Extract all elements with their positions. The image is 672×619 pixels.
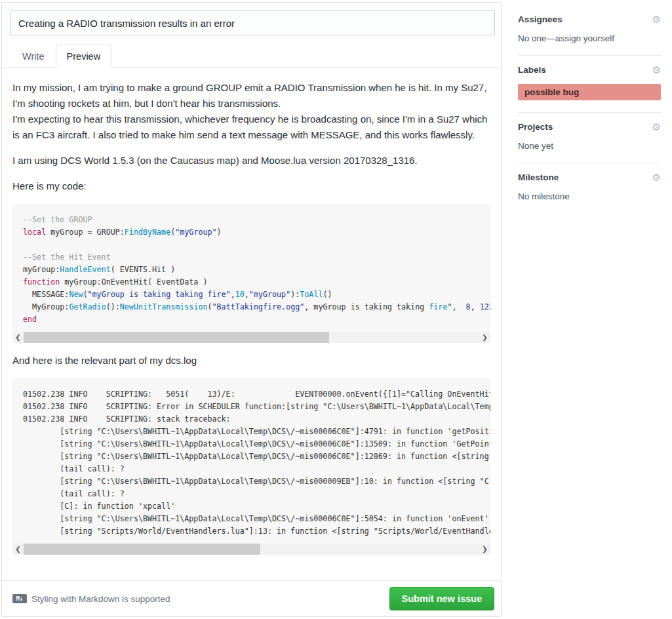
log-line: [string "C:\Users\BWHITL~1\AppData\Local…	[23, 450, 480, 463]
markdown-note[interactable]: M↓ Styling with Markdown is supported	[12, 594, 170, 604]
code-line: --Set the Hit Event	[23, 251, 480, 264]
sidebar-section-projects: Projects ⚙ None yet	[518, 117, 661, 161]
tabs-bar: Write Preview	[2, 45, 501, 68]
code-line	[23, 239, 480, 251]
lua-code-scrollbar[interactable]: ❮ ❯	[12, 332, 490, 343]
projects-title[interactable]: Projects	[518, 122, 553, 132]
scrollbar-thumb[interactable]	[24, 544, 260, 555]
projects-value: None yet	[518, 141, 661, 151]
sidebar-divider	[518, 55, 661, 56]
log-code-block: 01502.238 INFO SCRIPTING: 5051( 13)/E: E…	[12, 378, 490, 555]
sidebar-section-labels: Labels ⚙ possible bug	[518, 60, 661, 111]
code-line: MESSAGE:New("myGroup is taking taking fi…	[23, 289, 480, 301]
tab-preview[interactable]: Preview	[56, 45, 112, 68]
code-line: end	[23, 313, 480, 326]
log-line: (tail call): ?	[23, 463, 480, 475]
log-line: 01502.238 INFO SCRIPTING: stack tracebac…	[23, 413, 480, 426]
body-paragraph-2: I am using DCS World 1.5.3 (on the Cauca…	[12, 153, 490, 169]
log-line: [string "C:\Users\BWHITL~1\AppData\Local…	[23, 475, 480, 488]
sidebar-section-assignees: Assignees ⚙ No one—assign yourself	[518, 9, 661, 54]
lua-code-block: --Set the GROUPlocal myGroup = GROUP:Fin…	[12, 204, 490, 343]
milestone-value: No milestone	[518, 191, 661, 201]
body-paragraph-1-line-1: In my mission, I am trying to make a gro…	[12, 82, 486, 109]
scroll-right-icon[interactable]: ❯	[479, 332, 490, 343]
log-line: [string "Scripts/World/EventHandlers.lua…	[23, 525, 480, 538]
issue-title-input[interactable]	[10, 10, 495, 35]
title-row	[2, 3, 501, 35]
log-line: [C]: in function 'xpcall'	[23, 500, 480, 513]
labels-title[interactable]: Labels	[518, 65, 546, 75]
code-line: local myGroup = GROUP:FindByName("myGrou…	[23, 226, 480, 239]
sidebar-section-milestone: Milestone ⚙ No milestone	[518, 167, 661, 212]
sidebar-divider	[518, 163, 661, 163]
log-code-content: 01502.238 INFO SCRIPTING: 5051( 13)/E: E…	[12, 378, 490, 544]
log-line: 01502.238 INFO SCRIPTING: 5051( 13)/E: E…	[23, 388, 480, 401]
body-paragraph-4: And here is the relevant part of my dcs.…	[12, 353, 490, 369]
scroll-left-icon[interactable]: ❮	[12, 544, 24, 555]
tab-write[interactable]: Write	[11, 45, 56, 68]
log-line: (tail call): ?	[23, 488, 480, 500]
scrollbar-thumb[interactable]	[24, 332, 329, 343]
scroll-right-icon[interactable]: ❯	[479, 544, 490, 555]
body-paragraph-1-line-2: I'm expecting to hear this transmission,…	[12, 113, 487, 140]
log-line: [string "C:\Users\BWHITL~1\AppData\Local…	[23, 426, 480, 438]
assignees-value[interactable]: No one—assign yourself	[518, 33, 661, 43]
gear-icon[interactable]: ⚙	[652, 172, 661, 182]
form-footer: M↓ Styling with Markdown is supported Su…	[2, 580, 501, 616]
log-line: [string "C:\Users\BWHITL~1\AppData\Local…	[23, 513, 480, 525]
scrollbar-track[interactable]	[24, 332, 479, 343]
log-code-scrollbar[interactable]: ❮ ❯	[12, 544, 490, 555]
scrollbar-track[interactable]	[24, 544, 479, 555]
markdown-icon: M↓	[12, 594, 27, 603]
issue-sidebar: Assignees ⚙ No one—assign yourself Label…	[518, 9, 661, 212]
gear-icon[interactable]: ⚙	[652, 122, 661, 132]
new-issue-page: Write Preview In my mission, I am trying…	[0, 0, 672, 619]
code-line: myGroup:HandleEvent( EVENTS.Hit )	[23, 264, 480, 276]
markdown-note-text: Styling with Markdown is supported	[31, 594, 170, 604]
submit-new-issue-button[interactable]: Submit new issue	[389, 587, 494, 610]
log-line: 01502.238 INFO SCRIPTING: Error in SCHED…	[23, 401, 480, 413]
sidebar-divider	[518, 112, 661, 113]
gear-icon[interactable]: ⚙	[652, 14, 661, 24]
log-line: [string "C:\Users\BWHITL~1\AppData\Local…	[23, 438, 480, 450]
milestone-title[interactable]: Milestone	[518, 172, 559, 182]
code-line: --Set the GROUP	[23, 214, 480, 226]
assignees-title[interactable]: Assignees	[518, 14, 563, 24]
body-paragraph-1: In my mission, I am trying to make a gro…	[12, 80, 490, 143]
lua-code-content: --Set the GROUPlocal myGroup = GROUP:Fin…	[12, 204, 490, 332]
body-paragraph-3: Here is my code:	[12, 178, 490, 194]
code-line: MyGroup:GetRadio():NewUnitTransmission("…	[23, 301, 480, 313]
code-line: function myGroup:OnEventHit( EventData )	[23, 276, 480, 289]
preview-body: In my mission, I am trying to make a gro…	[2, 68, 501, 555]
label-possible-bug[interactable]: possible bug	[518, 84, 661, 100]
gear-icon[interactable]: ⚙	[652, 65, 661, 75]
scroll-left-icon[interactable]: ❮	[12, 332, 24, 343]
issue-form-card: Write Preview In my mission, I am trying…	[1, 2, 502, 617]
